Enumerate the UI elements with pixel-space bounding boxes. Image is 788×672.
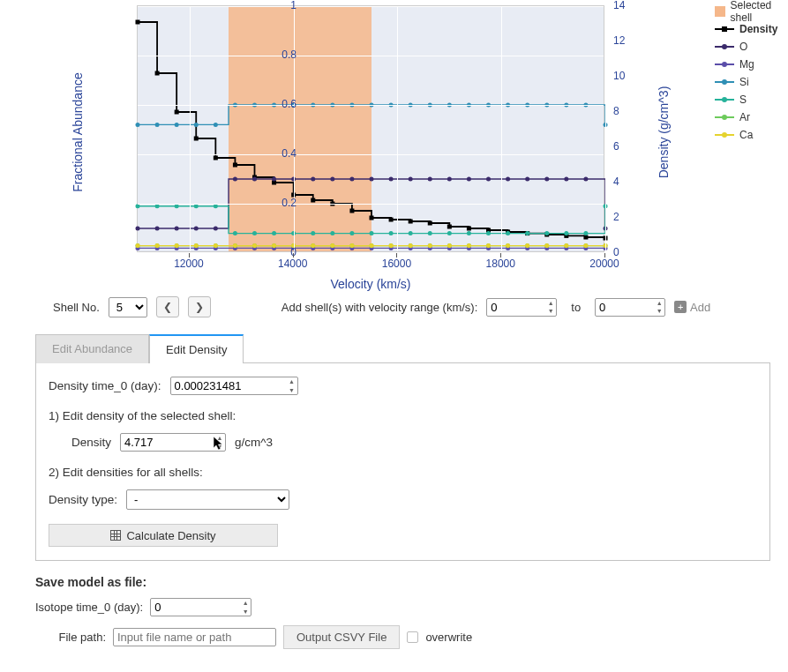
svg-point-178 [722, 44, 727, 49]
output-csvy-button[interactable]: Output CSVY File [283, 625, 400, 649]
density-input[interactable] [120, 433, 226, 452]
spin-down-icon[interactable]: ▼ [240, 608, 251, 616]
shell-controls-row: Shell No. 5 ❮ ❯ Add shell(s) with veloci… [53, 296, 770, 317]
svg-point-154 [214, 243, 218, 248]
svg-point-156 [252, 243, 257, 248]
svg-point-32 [272, 177, 276, 182]
y-left-tick: 0.8 [281, 49, 296, 61]
spin-down-icon[interactable]: ▼ [214, 443, 225, 452]
chart-plot-area[interactable] [137, 5, 604, 252]
legend-item[interactable]: Si [715, 74, 777, 90]
next-shell-button[interactable]: ❯ [188, 296, 211, 317]
y-right-tick: 10 [613, 70, 625, 82]
spin-down-icon[interactable]: ▼ [654, 307, 664, 316]
svg-point-35 [330, 177, 334, 182]
svg-point-78 [194, 123, 199, 127]
section-1-label: 1) Edit density of the selected shell: [49, 409, 757, 422]
svg-point-173 [583, 243, 588, 248]
svg-point-34 [311, 177, 315, 182]
svg-point-40 [428, 177, 432, 182]
svg-point-165 [428, 243, 432, 248]
svg-point-167 [467, 243, 471, 248]
svg-point-28 [194, 227, 199, 231]
overwrite-checkbox[interactable] [407, 631, 418, 643]
add-shells-label: Add shell(s) with velocity range (km/s): [281, 301, 478, 314]
svg-rect-15 [428, 221, 432, 226]
svg-point-117 [467, 231, 471, 235]
file-path-input[interactable] [113, 628, 276, 646]
tab-edit-density[interactable]: Edit Density [149, 334, 244, 363]
density-type-select[interactable]: - [126, 489, 289, 510]
svg-point-169 [506, 243, 510, 248]
legend-label: Ar [739, 111, 750, 123]
spin-up-icon[interactable]: ▲ [654, 299, 664, 308]
add-shell-button[interactable]: + Add [674, 301, 710, 314]
svg-point-160 [330, 243, 334, 248]
spin-down-icon[interactable]: ▼ [287, 386, 297, 395]
y-left-tick: 0.2 [281, 197, 296, 209]
svg-point-106 [252, 231, 257, 235]
svg-point-114 [409, 231, 413, 235]
y-right-tick: 14 [613, 0, 625, 11]
legend-item[interactable]: Density [715, 21, 777, 37]
svg-point-157 [272, 243, 276, 248]
svg-point-31 [252, 177, 257, 182]
svg-point-162 [370, 243, 374, 248]
isotope-time0-input[interactable] [150, 598, 251, 616]
density-label: Density [71, 436, 111, 449]
svg-point-77 [175, 123, 179, 127]
svg-point-44 [506, 177, 510, 182]
svg-rect-1 [155, 71, 160, 76]
svg-point-184 [722, 97, 727, 102]
y-right-tick: 4 [613, 175, 619, 188]
svg-point-29 [214, 227, 218, 231]
legend-item[interactable]: O [715, 39, 777, 55]
y-left-tick: 1 [290, 0, 296, 11]
overwrite-label: overwrite [425, 631, 472, 644]
y-right-tick: 6 [613, 140, 619, 153]
x-tick: 18000 [486, 258, 515, 270]
svg-point-153 [194, 243, 199, 248]
spin-down-icon[interactable]: ▼ [545, 307, 556, 316]
svg-point-180 [722, 62, 727, 67]
x-tick: 14000 [278, 258, 307, 270]
svg-point-111 [349, 231, 354, 235]
prev-shell-button[interactable]: ❮ [156, 296, 179, 317]
legend-item[interactable]: Ar [715, 109, 777, 125]
svg-point-41 [447, 177, 452, 182]
spin-up-icon[interactable]: ▲ [214, 434, 225, 443]
svg-point-48 [583, 177, 588, 182]
abundance-density-chart: Fractional Abundance Density (g/cm^3) Ve… [35, 0, 770, 291]
range-from-field[interactable]: ▲▼ [486, 298, 557, 317]
y-left-tick: 0 [290, 246, 296, 258]
svg-point-100 [136, 204, 140, 208]
calculate-density-button[interactable]: Calculate Density [49, 524, 278, 547]
tab-edit-abundance[interactable]: Edit Abundance [35, 334, 149, 363]
svg-point-170 [525, 243, 529, 248]
spin-up-icon[interactable]: ▲ [287, 377, 297, 386]
density-unit: g/cm^3 [235, 436, 273, 449]
x-tick: 16000 [382, 258, 411, 270]
svg-point-75 [136, 123, 140, 127]
legend-item[interactable]: S [715, 92, 777, 108]
svg-point-105 [233, 231, 237, 235]
spin-up-icon[interactable]: ▲ [545, 299, 556, 308]
svg-point-152 [175, 243, 179, 248]
shell-no-select[interactable]: 5 [109, 297, 147, 317]
y-left-tick: 0.6 [281, 98, 296, 110]
svg-rect-12 [370, 216, 374, 220]
density-time0-input[interactable] [170, 377, 298, 395]
svg-point-46 [544, 177, 549, 182]
legend-item[interactable]: Mg [715, 56, 777, 72]
range-to-field[interactable]: ▲▼ [595, 298, 665, 317]
tab-bar: Edit Abundance Edit Density [35, 333, 770, 362]
svg-point-110 [330, 231, 334, 235]
svg-rect-0 [136, 20, 140, 25]
svg-rect-13 [389, 218, 394, 222]
svg-point-26 [155, 227, 160, 231]
legend-item[interactable]: Ca [715, 127, 777, 143]
svg-point-109 [311, 231, 315, 235]
spin-up-icon[interactable]: ▲ [240, 599, 251, 608]
svg-point-25 [136, 227, 140, 231]
legend-label: S [739, 93, 747, 106]
